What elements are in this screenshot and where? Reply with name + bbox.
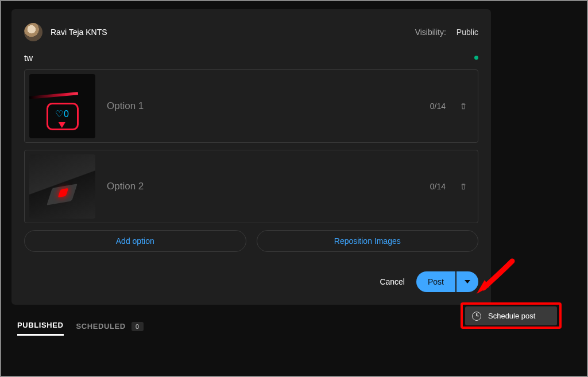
avatar [24, 23, 42, 41]
poll-option-2: Option 2 0/14 [24, 150, 478, 223]
option-text-input[interactable]: Option 2 [107, 181, 144, 192]
clock-icon [472, 312, 481, 321]
visibility-control[interactable]: Visibility: Public [415, 28, 478, 37]
post-dropdown-button[interactable] [457, 271, 478, 292]
poll-option-1: Option 1 0/14 [24, 69, 478, 143]
add-option-button[interactable]: Add option [24, 230, 246, 252]
post-title-input[interactable]: tw [24, 53, 33, 63]
post-button-group: Post [416, 271, 478, 292]
option-actions-row: Add option Reposition Images [24, 230, 478, 252]
scheduled-count-badge: 0 [131, 322, 144, 331]
composer-header: Ravi Teja KNTS Visibility: Public [24, 23, 478, 41]
reposition-images-button[interactable]: Reposition Images [257, 230, 479, 252]
tab-scheduled-label: SCHEDULED [76, 322, 126, 331]
schedule-post-menu-item[interactable]: Schedule post [465, 306, 557, 325]
username-label: Ravi Teja KNTS [51, 28, 107, 37]
char-count: 0/14 [430, 102, 446, 111]
caret-down-icon [465, 280, 470, 283]
status-indicator-icon [474, 56, 478, 60]
composer-footer: Cancel Post [24, 271, 478, 292]
char-count: 0/14 [430, 182, 446, 191]
tab-published[interactable]: PUBLISHED [17, 321, 64, 336]
option-thumbnail[interactable] [29, 74, 95, 138]
cancel-button[interactable]: Cancel [380, 277, 405, 286]
tab-scheduled[interactable]: SCHEDULED 0 [76, 322, 144, 335]
post-composer-card: Ravi Teja KNTS Visibility: Public tw Opt… [11, 9, 491, 305]
visibility-value: Public [457, 28, 478, 37]
delete-icon[interactable] [459, 102, 467, 111]
post-button[interactable]: Post [416, 271, 455, 292]
schedule-post-label: Schedule post [488, 312, 535, 320]
option-text-input[interactable]: Option 1 [107, 100, 144, 112]
post-title-row: tw [24, 53, 478, 63]
visibility-label: Visibility: [415, 28, 446, 37]
delete-icon[interactable] [459, 182, 467, 191]
option-thumbnail[interactable] [29, 154, 95, 219]
